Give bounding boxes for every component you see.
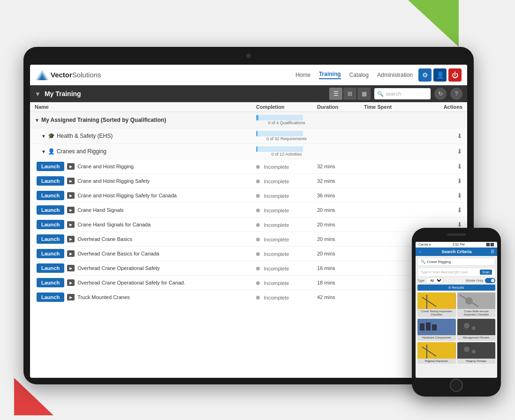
course-download-icon[interactable]: ⬇ (457, 206, 462, 214)
help-btn[interactable]: ? (450, 88, 462, 100)
course-name-cell: Launch ▶ Crane Hand Signals (37, 205, 256, 215)
phone-card[interactable]: Crane Testing Inspection Checklist (417, 292, 456, 317)
launch-button[interactable]: Launch (37, 278, 64, 287)
nav-administration[interactable]: Administration (377, 72, 413, 78)
phone-home-button[interactable] (450, 379, 463, 392)
subsection2-collapse[interactable]: ▼ (41, 149, 46, 154)
phone-scan-bar[interactable]: Type or Scan Barcode/QR Code Scan (417, 268, 495, 277)
table-row: Launch ▶ Crane Hand Signals for Canada I… (30, 217, 467, 232)
course-download-icon[interactable]: ⬇ (457, 163, 462, 170)
phone-card[interactable]: Rigging Storage (457, 342, 496, 364)
status-indicator (256, 209, 260, 212)
course-name-cell: Launch ▶ Crane Hand Signals for Canada (37, 220, 256, 229)
status-indicator (256, 296, 260, 300)
subsection-cranes-rigging: ▼ 👤 Cranes and Rigging 0 of 12 Activitie… (30, 143, 467, 159)
status-text: Incomplete (264, 222, 289, 228)
phone-mobile-label: Mobile Only (466, 279, 483, 282)
subsection1-progress-label: 0 of 32 Requirements (256, 136, 317, 141)
course-type-icon: ▶ (67, 236, 75, 242)
launch-button[interactable]: Launch (37, 162, 64, 171)
subsection1-title: Health & Safety (EHS) (57, 133, 113, 139)
subsection1-download-icon[interactable]: ⬇ (457, 132, 462, 140)
phone-header: ← Search Criteria ☰ (416, 248, 497, 256)
phone-card[interactable]: Management Review (457, 319, 496, 340)
phone-type-select[interactable]: All (426, 278, 443, 284)
subsection2-download-icon[interactable]: ⬇ (457, 148, 462, 155)
launch-button[interactable]: Launch (37, 220, 64, 229)
toolbar-title: My Training (45, 90, 326, 98)
filter-icon[interactable]: ▼ (35, 90, 41, 98)
nav-catalog[interactable]: Catalog (349, 72, 369, 78)
status-text: Incomplete (264, 237, 289, 242)
nav-home[interactable]: Home (295, 72, 311, 78)
phone-card-label-2: Hardware Components (417, 335, 456, 340)
launch-button[interactable]: Launch (37, 191, 64, 200)
course-title: Truck Mounted Cranes (77, 294, 129, 300)
phone-search-bar[interactable]: 🔍 Crane Rigging (417, 258, 495, 266)
main-progress-bar (256, 115, 303, 120)
phone-time: 3:52 PM (453, 243, 465, 247)
course-type-icon: ▶ (67, 178, 75, 184)
course-download-icon[interactable]: ⬇ (457, 177, 462, 185)
settings-icon-btn[interactable]: ⚙ (418, 68, 432, 82)
main-progress-label: 0 of 4 Qualifications (256, 120, 317, 125)
status-indicator (256, 165, 260, 169)
course-rows-container: Launch ▶ Crane and Hoist Rigging Incompl… (30, 159, 467, 304)
col-time-spent: Time Spent (364, 104, 420, 110)
course-title: Crane and Hoist Rigging Safety for Canad… (77, 193, 177, 198)
course-name-cell: Launch ▶ Overhead Crane Basics for Canad… (37, 249, 256, 258)
course-name-cell: Launch ▶ Crane and Hoist Rigging (37, 162, 256, 171)
status-indicator (256, 238, 260, 241)
launch-button[interactable]: Launch (37, 292, 64, 302)
search-box[interactable]: 🔍 search (374, 88, 431, 99)
phone-card-image-3 (457, 319, 496, 335)
launch-button[interactable]: Launch (37, 263, 64, 273)
refresh-btn[interactable]: ↻ (434, 88, 447, 100)
phone-card[interactable]: Hardware Components (417, 319, 456, 340)
table-row: Launch ▶ Crane and Hoist Rigging Safety … (30, 188, 467, 202)
status-indicator (256, 267, 260, 270)
course-type-icon: ▶ (67, 250, 75, 257)
phone-mobile-toggle[interactable] (485, 278, 495, 283)
launch-button[interactable]: Launch (37, 176, 64, 186)
main-section-collapse[interactable]: ▼ (35, 118, 39, 123)
table-row: Launch ▶ Overhead Crane Operational Safe… (30, 261, 467, 275)
course-title: Overhead Crane Basics (77, 236, 132, 242)
list-view-btn[interactable]: ☰ (329, 88, 342, 100)
course-download-icon[interactable]: ⬇ (457, 192, 462, 199)
course-title: Overhead Crane Operational Safety for Ca… (77, 280, 185, 285)
nav-training[interactable]: Training (319, 71, 341, 79)
logo-icon (36, 70, 49, 80)
grid-view-btn[interactable]: ⊞ (343, 88, 356, 100)
course-status-cell: Incomplete (256, 293, 317, 301)
phone-card[interactable]: Crane Walk-around Inspection Checklist (457, 292, 496, 317)
logout-icon-btn[interactable]: ⏻ (448, 68, 462, 82)
user-icon-btn[interactable]: 👤 (433, 68, 447, 82)
course-duration: 18 mins (317, 280, 364, 285)
phone-card-image-1 (457, 292, 496, 309)
col-completion: Completion (256, 104, 317, 110)
phone-header-title: Search Criteria (423, 249, 491, 254)
tablet-screen: VectorSolutions Home Training Catalog Ad… (30, 65, 467, 378)
tablet-camera (246, 53, 251, 58)
course-download-icon[interactable]: ⬇ (457, 221, 462, 228)
launch-button[interactable]: Launch (37, 205, 64, 215)
subsection1-progress-bar (256, 131, 303, 136)
subsection1-collapse[interactable]: ▼ (41, 134, 46, 139)
status-indicator (256, 281, 260, 285)
course-name-cell: Launch ▶ Crane and Hoist Rigging Safety … (37, 191, 256, 200)
course-name-cell: Launch ▶ Overhead Crane Operational Safe… (37, 263, 256, 273)
table-row: Launch ▶ Crane Hand Signals Incomplete 2… (30, 202, 467, 217)
phone-status-bar: Carrier ▾ 3:52 PM ⬛⬛ (416, 242, 497, 248)
launch-button[interactable]: Launch (37, 234, 64, 244)
phone-scan-btn[interactable]: Scan (480, 270, 492, 275)
column-headers: Name Completion Duration Time Spent Acti… (30, 102, 467, 112)
course-actions: ⬇ (420, 177, 462, 185)
status-text: Incomplete (264, 251, 289, 257)
svg-point-14 (464, 323, 470, 329)
svg-rect-13 (457, 319, 496, 335)
course-type-icon: ▶ (67, 163, 75, 170)
phone-card[interactable]: Rigging Inspection (417, 342, 456, 364)
tile-view-btn[interactable]: ▦ (357, 88, 371, 100)
launch-button[interactable]: Launch (37, 249, 64, 258)
